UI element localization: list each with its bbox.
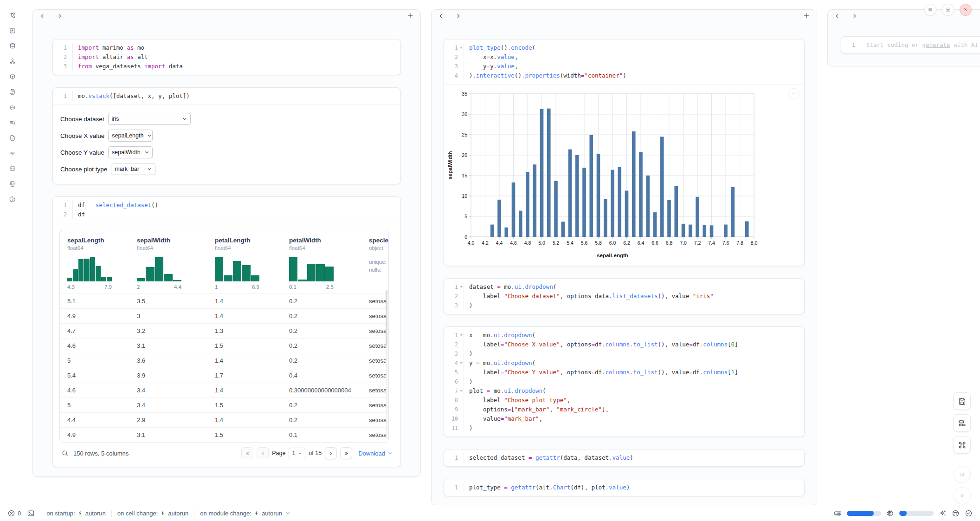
autorun-setting[interactable]: on module change:autorun [194,510,296,517]
next-page-button[interactable]: › [325,447,337,459]
settings-gear-icon[interactable] [942,4,954,16]
table-cell: 0.1 [289,431,360,438]
file-tree-icon[interactable] [6,9,19,21]
layout-icon[interactable] [953,414,971,432]
svg-text:6.8: 6.8 [666,240,673,246]
menu-icon[interactable] [924,4,936,16]
prev-page-button[interactable]: ‹ [257,447,269,459]
sparkles-ai-icon[interactable] [939,509,947,517]
svg-text:4.2: 4.2 [482,240,489,246]
package-icon[interactable] [6,71,19,83]
search-icon[interactable] [61,449,69,457]
cell-output: 4.04.24.44.64.85.05.25.45.65.86.06.26.46… [444,84,804,266]
code-editor[interactable]: 1x = mo.ui.dropdown(2 label="Choose X va… [444,327,804,436]
table-column-header: sepalLengthfloat644.37.9 [67,237,137,290]
autorun-setting[interactable]: on cell change:autorun [111,510,194,517]
table-cell: 0.2 [289,327,360,334]
cell-output: sepalLengthfloat644.37.9sepalWidthfloat6… [53,223,400,467]
fold-caret-icon[interactable] [459,286,464,288]
notebook-edit-icon[interactable] [6,178,19,190]
check-circle-icon[interactable] [965,509,973,517]
first-page-button[interactable]: « [241,447,253,459]
add-cell-icon[interactable] [406,12,414,20]
add-cell-icon[interactable] [803,12,810,20]
stop-icon[interactable] [954,466,971,483]
ui-dropdown-row: Choose plot typemark_bar [60,163,393,176]
chevron-left-icon[interactable] [39,13,45,19]
fold-caret-icon[interactable] [459,362,464,364]
table-cell: 3.1 [137,342,215,349]
chart-menu-button[interactable] [788,88,799,99]
fold-caret-icon[interactable] [459,47,464,49]
code-editor[interactable]: 1dataset = mo.ui.dropdown(2 label="Choos… [444,279,804,314]
code-editor[interactable]: 1mo.vstack([dataset, x, y, plot]) [53,88,400,104]
dataframe-table: sepalLengthfloat644.37.9sepalWidthfloat6… [59,230,389,443]
code-snippet-icon[interactable] [6,163,19,175]
line-number: 4 [455,358,459,368]
chevron-down-icon [387,451,392,456]
table-scrollbar[interactable] [386,290,387,438]
last-page-button[interactable]: » [340,447,352,459]
ui-dropdown-row: Choose X valuesepalLength [60,129,393,142]
table-cell: 1.4 [215,357,289,364]
chevron-right-icon[interactable] [57,13,63,19]
plot-type-dropdown[interactable]: mark_bar [111,163,155,175]
table-cell: 3.1 [137,431,215,438]
code-editor[interactable]: 1 Start coding or generate with AI [841,37,980,53]
page-select[interactable]: 1 [289,448,305,459]
table-cell: 4.7 [67,327,137,334]
chevron-right-icon[interactable] [851,13,858,19]
table-footer: 150 rows, 5 columns « ‹ Page 1 of 15 › »… [59,443,394,464]
close-icon[interactable] [960,4,972,16]
chevron-down-icon [182,117,187,121]
code-line: 3 y=y.value, [444,62,804,71]
x-value-dropdown[interactable]: sepalLength [108,130,153,142]
command-icon[interactable] [953,436,971,454]
chevron-right-icon[interactable] [455,13,461,19]
y-value-dropdown[interactable]: sepalWidth [108,146,153,158]
fold-caret-icon[interactable] [459,334,464,336]
activity-icon[interactable] [6,147,19,159]
code-editor[interactable]: 1import marimo as mo2import altair as al… [53,39,400,75]
sidebar [0,0,25,505]
sitemap-icon[interactable] [6,55,19,67]
code-line: 1dataset = mo.ui.dropdown( [444,282,804,292]
svg-text:35: 35 [462,91,467,97]
chevron-left-icon[interactable] [438,13,444,19]
cell-empty: 1 Start coding or generate with AI [841,36,980,54]
bot-icon[interactable] [952,509,960,517]
autorun-setting[interactable]: on startup:autorun [41,510,111,517]
table-cell: 0.30000000000000004 [289,387,360,394]
database-icon[interactable] [6,40,19,52]
function-icon[interactable] [6,25,19,37]
save-icon[interactable] [953,392,971,410]
line-number: 2 [455,292,459,301]
altair-bar-chart[interactable]: 4.04.24.44.64.85.05.25.45.65.86.06.26.46… [446,88,761,261]
table-cell: 4.9 [67,431,137,438]
table-cell: 5.4 [67,372,137,379]
help-icon[interactable] [6,193,19,205]
generate-with-ai-link[interactable]: generate [922,41,950,48]
window-controls [924,4,972,16]
scroll-icon[interactable] [6,86,19,98]
table-cell: setosa [360,298,389,305]
chevron-left-icon[interactable] [834,13,840,19]
chatbot-icon[interactable] [6,101,19,113]
download-button[interactable]: Download [358,450,392,457]
fold-caret-icon[interactable] [459,390,464,392]
code-editor[interactable]: 1df = selected_dataset()2df [53,197,400,223]
code-editor[interactable]: 1plot_type = getattr(alt.Chart(df), plot… [444,479,804,496]
code-line: 1mo.vstack([dataset, x, y, plot]) [53,91,400,101]
run-icon[interactable] [954,487,971,504]
search-list-icon[interactable] [6,117,19,129]
code-editor[interactable]: 1plot_type().encode(2 x=x.value,3 y=y.va… [444,39,804,84]
dropdown-label: Choose X value [60,132,104,139]
pagination: « ‹ Page 1 of 15 › » Download [241,447,392,459]
error-count-badge[interactable]: 0 [7,509,21,517]
ui-dropdown-row: Choose Y valuesepalWidth [60,146,393,159]
document-icon[interactable] [6,132,19,144]
dataset-dropdown[interactable]: iris [108,113,191,125]
table-cell: 3.9 [137,372,215,379]
terminal-icon[interactable] [27,509,35,517]
code-editor[interactable]: 1selected_dataset = getattr(data, datase… [444,449,804,466]
